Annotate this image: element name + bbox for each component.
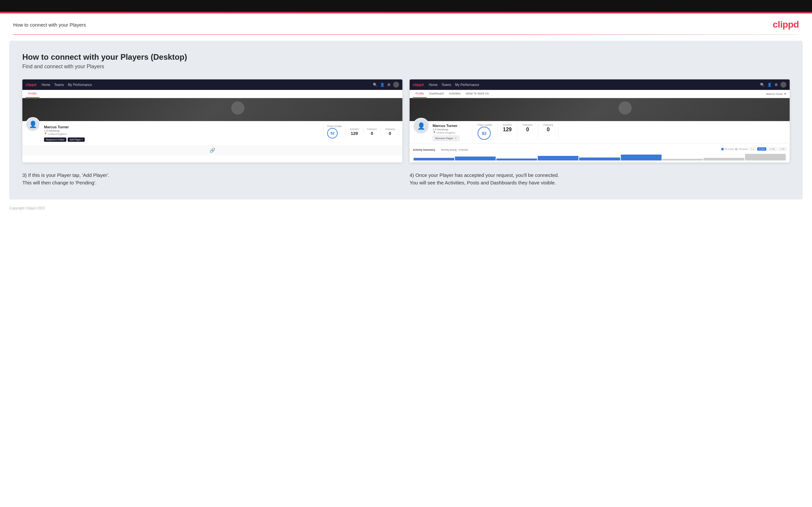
profile-right-stats: Player Quality 92 Activities 129 Followe… xyxy=(472,124,786,140)
followers-stat-2: Followers 0 xyxy=(517,124,538,140)
avatar-1[interactable] xyxy=(393,82,399,88)
time-btn-1yr[interactable]: 1 yr xyxy=(749,147,756,151)
activity-title-area: Activity Summary Monthly Activity · 6 Mo… xyxy=(413,146,468,152)
time-btn-1mth[interactable]: 1 mth xyxy=(778,147,786,151)
app-tabs-1: Profile xyxy=(22,90,402,98)
header-divider xyxy=(13,35,799,35)
bar-5 xyxy=(579,158,620,161)
on-course-legend-dot xyxy=(721,148,724,150)
off-course-legend-dot xyxy=(735,148,738,150)
avatar-circle-1: 👤 xyxy=(26,117,40,131)
bar-3 xyxy=(496,159,537,161)
quality-circle-1: 92 xyxy=(327,128,338,138)
nav-right-1: 🔍 👤 ⚙ xyxy=(373,82,399,88)
screenshot-1: clippd Home Teams My Performance 🔍 👤 ⚙ P… xyxy=(22,79,402,162)
nav-teams-2[interactable]: Teams xyxy=(442,83,451,87)
tab-activities-2[interactable]: Activities xyxy=(446,90,463,98)
screenshot-bottom-1: 🔗 xyxy=(22,145,402,156)
bar-chart-mini xyxy=(413,154,786,161)
remove-player-button[interactable]: Remove Player ✕ xyxy=(433,135,460,141)
description-text-left: 3) If this is your Player tap, 'Add Play… xyxy=(22,172,402,186)
description-text-right: 4) Once your Player has accepted your re… xyxy=(410,172,790,186)
profile-right-layout: 👤 Marcus Turner 1-5 Handicap 📍 United Ki… xyxy=(410,121,790,143)
player-name-2: Marcus Turner xyxy=(433,124,472,128)
player-handicap-1: 1-5 Handicap xyxy=(44,129,319,132)
player-quality-stat-1: Player Quality 92 xyxy=(323,125,346,138)
profile-section-1: 👤 Marcus Turner 1-5 Handicap 📍 United Ki… xyxy=(22,121,402,145)
settings-icon-1[interactable]: ⚙ xyxy=(387,83,391,87)
page-footer: Copyright Clippd 2022 xyxy=(0,203,812,216)
screenshot-2: clippd Home Teams My Performance 🔍 👤 ⚙ P… xyxy=(410,79,790,162)
app-logo-small-1: clippd xyxy=(26,83,36,87)
tabs-group-2: Profile Dashboard Activities What To Wor… xyxy=(413,90,492,98)
nav-teams-1[interactable]: Teams xyxy=(54,83,64,87)
top-bar xyxy=(0,0,812,12)
avatar-person-icon-2: 👤 xyxy=(417,122,425,130)
user-icon-2[interactable]: 👤 xyxy=(767,83,772,87)
search-icon-1[interactable]: 🔍 xyxy=(373,83,377,87)
bar-off-3 xyxy=(745,154,786,161)
bar-off-1 xyxy=(662,159,703,161)
avatar-circle-2: 👤 xyxy=(413,118,429,134)
following-stat-2: Following 0 xyxy=(538,124,559,140)
main-content: How to connect with your Players (Deskto… xyxy=(9,41,803,200)
profile-right-info: Marcus Turner 1-5 Handicap 📍 United King… xyxy=(433,124,472,141)
nav-home-2[interactable]: Home xyxy=(429,83,438,87)
avatar-person-icon-1: 👤 xyxy=(29,120,37,128)
off-course-label: Off course xyxy=(739,148,748,150)
avatar-2[interactable] xyxy=(780,82,786,88)
bar-off-2 xyxy=(704,158,744,161)
bar-6 xyxy=(621,155,662,161)
activity-title: Activity Summary xyxy=(413,148,435,151)
app-navbar-1: clippd Home Teams My Performance 🔍 👤 ⚙ xyxy=(22,79,402,90)
player-quality-stat-2: Player Quality 92 xyxy=(472,124,498,140)
page-title: How to connect with your Players xyxy=(13,22,86,27)
nav-performance-2[interactable]: My Performance xyxy=(455,83,479,87)
user-dropdown-2[interactable]: Marcus Turner ▼ xyxy=(766,93,786,96)
app-navbar-2: clippd Home Teams My Performance 🔍 👤 ⚙ xyxy=(410,79,790,90)
time-btn-6mths[interactable]: 6 mths xyxy=(757,147,766,151)
tab-profile-1[interactable]: Profile xyxy=(26,90,39,98)
description-right: 4) Once your Player has accepted your re… xyxy=(410,172,790,186)
nav-right-2: 🔍 👤 ⚙ xyxy=(760,82,786,88)
profile-actions-1: Request to Follow Add Player + xyxy=(44,137,319,142)
player-location-2: 📍 United Kingdom xyxy=(433,131,472,134)
descriptions-row: 3) If this is your Player tap, 'Add Play… xyxy=(22,172,790,186)
nav-items-2: Home Teams My Performance xyxy=(429,83,479,87)
activities-stat-2: Activities 129 xyxy=(498,124,518,140)
app-tabs-2: Profile Dashboard Activities What To Wor… xyxy=(410,90,790,98)
search-icon-2[interactable]: 🔍 xyxy=(760,83,765,87)
settings-icon-2[interactable]: ⚙ xyxy=(774,83,778,87)
page-header: How to connect with your Players clippd xyxy=(0,13,812,35)
time-btn-3mths[interactable]: 3 mths xyxy=(768,147,777,151)
bar-1 xyxy=(414,158,454,161)
following-stat-1: Following 0 xyxy=(381,128,399,136)
add-player-button[interactable]: Add Player + xyxy=(68,137,85,142)
activity-header: Activity Summary Monthly Activity · 6 Mo… xyxy=(413,146,786,152)
location-icon-1: 📍 xyxy=(44,132,47,135)
description-left: 3) If this is your Player tap, 'Add Play… xyxy=(22,172,402,186)
followers-stat-1: Followers 0 xyxy=(363,128,381,136)
request-follow-button[interactable]: Request to Follow xyxy=(44,137,66,142)
player-location-1: 📍 United Kingdom xyxy=(44,132,319,135)
activity-summary: Activity Summary Monthly Activity · 6 Mo… xyxy=(410,143,790,162)
user-icon-1[interactable]: 👤 xyxy=(380,83,385,87)
tab-profile-2[interactable]: Profile xyxy=(413,90,427,98)
bar-2 xyxy=(455,157,496,161)
quality-circle-2: 92 xyxy=(477,127,491,140)
location-icon-2: 📍 xyxy=(433,131,436,134)
hero-banner-2 xyxy=(410,98,790,121)
on-course-label: On course xyxy=(725,148,734,150)
tab-what-to-work-on-2[interactable]: What To Work On xyxy=(463,90,492,98)
nav-performance-1[interactable]: My Performance xyxy=(68,83,92,87)
screenshots-row: clippd Home Teams My Performance 🔍 👤 ⚙ P… xyxy=(22,79,790,162)
bar-4 xyxy=(538,156,578,161)
tutorial-title: How to connect with your Players (Deskto… xyxy=(22,53,790,62)
copyright-text: Copyright Clippd 2022 xyxy=(9,206,45,210)
profile-info-1: Marcus Turner 1-5 Handicap 📍 United King… xyxy=(44,124,319,142)
nav-home-1[interactable]: Home xyxy=(41,83,50,87)
tab-dashboard-2[interactable]: Dashboard xyxy=(427,90,446,98)
activities-stat-1: Activities 129 xyxy=(346,128,363,136)
hero-banner-1 xyxy=(22,98,402,121)
link-icon-1: 🔗 xyxy=(210,148,215,153)
